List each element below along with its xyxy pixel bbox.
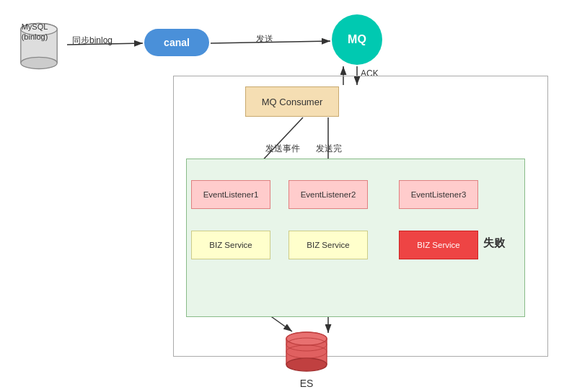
diagram: MySQL (binlog) 同步binlog canal 发送 MQ ACK … <box>0 0 577 392</box>
send-complete-label: 发送完 <box>316 143 342 155</box>
send-label: 发送 <box>256 33 273 45</box>
canal-label: canal <box>164 37 190 48</box>
biz-service-2: BIZ Service <box>288 231 368 259</box>
svg-point-19 <box>21 24 57 35</box>
event-listener-2: EventListener2 <box>288 180 368 209</box>
sync-binlog-label: 同步binlog <box>72 35 113 47</box>
biz-service-1: BIZ Service <box>191 231 270 259</box>
svg-point-25 <box>286 332 327 345</box>
canal-box: canal <box>144 29 209 56</box>
mq-consumer-label: MQ Consumer <box>262 97 323 107</box>
send-event-label: 发送事件 <box>265 143 300 155</box>
es-cylinder: ES <box>281 330 332 389</box>
svg-point-24 <box>286 358 327 371</box>
fail-label: 失败 <box>483 236 505 250</box>
svg-point-18 <box>21 57 57 68</box>
mysql-cylinder <box>13 20 65 72</box>
mq-circle: MQ <box>332 14 382 65</box>
biz-service-3-fail: BIZ Service <box>399 231 478 259</box>
es-label: ES <box>281 378 332 389</box>
event-listener-1: EventListener1 <box>191 180 270 209</box>
mq-label: MQ <box>348 33 366 46</box>
event-listener-3: EventListener3 <box>399 180 478 209</box>
mq-consumer-box: MQ Consumer <box>245 86 339 117</box>
